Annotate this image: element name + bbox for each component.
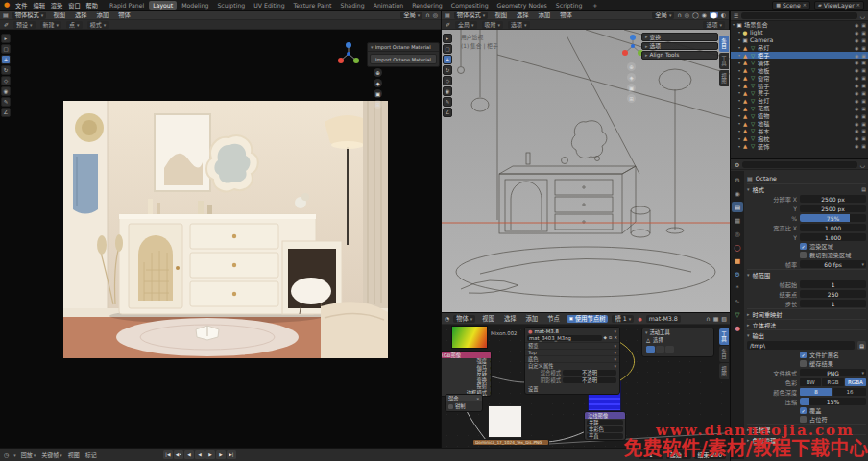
expand-icon[interactable]: ▾ bbox=[738, 30, 740, 35]
disable-render-icon[interactable]: ▣ bbox=[861, 30, 866, 36]
property-value[interactable]: 2500 px bbox=[800, 195, 866, 203]
disable-render-icon[interactable]: ▣ bbox=[861, 98, 866, 104]
properties-tab-view-layer[interactable]: ▦ bbox=[732, 215, 743, 226]
viewlayer-selector[interactable]: ▰ ViewLayer ✕ bbox=[814, 1, 864, 10]
hide-eye-icon[interactable]: ◉ bbox=[855, 22, 858, 28]
scene-selector[interactable]: ■ Scene ✕ bbox=[772, 1, 810, 10]
properties-tab-modifiers[interactable]: ⚙ bbox=[732, 269, 743, 279]
tool-setting-0[interactable]: 预设▾ bbox=[13, 21, 36, 29]
properties-tab-object-data[interactable]: ▽ bbox=[732, 309, 743, 320]
topbar-menu-1[interactable]: 编辑 bbox=[30, 1, 47, 10]
checkbox[interactable] bbox=[800, 360, 807, 367]
disable-render-icon[interactable]: ▣ bbox=[861, 135, 866, 141]
section-header[interactable]: ▸时间重映射 bbox=[747, 308, 866, 319]
expand-icon[interactable]: ▾ bbox=[738, 129, 740, 133]
properties-tab-particles[interactable]: * bbox=[732, 282, 743, 293]
expand-icon[interactable]: ▾ bbox=[738, 84, 740, 88]
measure-tool[interactable]: ∠ bbox=[1, 108, 11, 117]
properties-tab-scene[interactable]: ◎ bbox=[732, 229, 743, 239]
outliner-row[interactable]: ▾▲▽植物◉▣ bbox=[731, 112, 868, 120]
checkbox[interactable]: ✓ bbox=[800, 352, 807, 358]
section-header[interactable]: ▾帧范围 bbox=[747, 269, 866, 279]
snap-magnet-icon[interactable]: ∩ bbox=[677, 12, 681, 18]
node-image-preview[interactable] bbox=[451, 326, 488, 349]
viewport-menu-1[interactable]: 选择 bbox=[72, 11, 90, 19]
hide-eye-icon[interactable]: ◉ bbox=[855, 143, 858, 149]
property-value[interactable]: 1.000 bbox=[800, 224, 866, 231]
shading-material-icon[interactable]: ⬤ bbox=[710, 12, 718, 18]
measure-tool[interactable]: ∠ bbox=[443, 108, 452, 117]
disable-render-icon[interactable]: ▣ bbox=[861, 143, 866, 149]
filter-icon[interactable]: ◡ bbox=[860, 12, 865, 19]
n-panel-section[interactable]: ▸Align Tools bbox=[641, 51, 718, 60]
field-value[interactable]: 不透明 bbox=[563, 377, 616, 383]
hide-eye-icon[interactable]: ◉ bbox=[855, 83, 858, 88]
sidebar-tab-条目[interactable]: 条目 bbox=[719, 346, 729, 362]
mode-selector[interactable]: 物体模式▾ bbox=[12, 12, 47, 19]
hide-eye-icon[interactable]: ◉ bbox=[855, 45, 858, 51]
disable-render-icon[interactable]: ▣ bbox=[861, 22, 866, 28]
scale-tool[interactable]: ◇ bbox=[443, 76, 452, 85]
pin-icon[interactable]: ▾ bbox=[614, 328, 616, 334]
shader-type-selector[interactable]: 物体▾ bbox=[453, 315, 475, 323]
annotate-tool[interactable]: ✎ bbox=[1, 97, 11, 107]
sidebar-tab-条目[interactable]: 条目 bbox=[719, 36, 729, 52]
close-icon[interactable]: ✕ bbox=[856, 2, 860, 8]
sidebar-tab-视图[interactable]: 视图 bbox=[719, 70, 729, 86]
viewport-menu-0[interactable]: 视图 bbox=[492, 11, 510, 19]
panel-section[interactable]: Top▾ bbox=[525, 349, 619, 355]
use-nodes-toggle[interactable]: ▣使用节点树 bbox=[567, 315, 609, 323]
property-slider[interactable]: 75% bbox=[800, 214, 866, 222]
presets-icon[interactable]: ▤ bbox=[861, 186, 866, 192]
checkbox[interactable]: ✓ bbox=[800, 243, 807, 250]
current-frame-field[interactable]: 1 bbox=[639, 450, 663, 459]
options-dropdown[interactable]: 选项▾ bbox=[703, 21, 725, 29]
outliner-row[interactable]: ▾▲▽地板◉▣ bbox=[731, 66, 868, 74]
mix-node[interactable]: 混合 ▾ 钳制 bbox=[445, 394, 483, 412]
node-field[interactable]: 平直 bbox=[587, 433, 623, 439]
hide-eye-icon[interactable]: ◉ bbox=[855, 106, 858, 111]
select-box-tool[interactable]: ▢ bbox=[1, 44, 11, 54]
segment-option[interactable]: RGBA bbox=[845, 378, 866, 386]
disable-render-icon[interactable]: ▣ bbox=[861, 75, 866, 81]
segment-option[interactable]: 16 bbox=[833, 388, 866, 396]
tool-setting-1[interactable]: 吸附▾ bbox=[482, 21, 504, 29]
section-header[interactable]: ▸色彩管理 bbox=[747, 434, 866, 445]
snap-magnet-icon[interactable]: ∩ bbox=[706, 315, 710, 322]
orientation-selector[interactable]: 全局▾ bbox=[400, 12, 422, 19]
texture-preview[interactable] bbox=[488, 405, 522, 438]
expand-icon[interactable]: ▾ bbox=[738, 121, 740, 126]
move-tool[interactable]: + bbox=[443, 55, 452, 64]
annotate-tool[interactable]: ✎ bbox=[443, 97, 452, 107]
segment-option[interactable]: RGB bbox=[822, 378, 843, 386]
viewport-menu-2[interactable]: 添加 bbox=[536, 11, 554, 19]
outliner-row[interactable]: ▾▲▽书本◉▣ bbox=[731, 127, 868, 134]
expand-icon[interactable]: ▾ bbox=[733, 22, 735, 27]
expand-icon[interactable]: ▾ bbox=[738, 61, 740, 65]
panel-section[interactable]: 底色▾ bbox=[525, 355, 619, 362]
timeline-menu-0[interactable]: 回放▾ bbox=[21, 450, 36, 459]
rotate-tool[interactable]: ↻ bbox=[1, 65, 11, 75]
close-icon[interactable]: ✕ bbox=[803, 2, 807, 8]
viewport-menu-3[interactable]: 物体 bbox=[557, 11, 575, 19]
shader-menu-2[interactable]: 添加 bbox=[523, 314, 542, 323]
segment-option[interactable]: 8 bbox=[800, 388, 832, 396]
outliner-row[interactable]: ▾▲▽地毯◉▣ bbox=[731, 120, 868, 128]
jump-start-button[interactable]: |◀ bbox=[163, 450, 173, 459]
socket-icon[interactable] bbox=[490, 391, 493, 395]
zoom-icon[interactable]: ⊕ bbox=[627, 62, 636, 71]
properties-tab-tool[interactable]: ⚙ bbox=[732, 175, 743, 185]
n-panel-section[interactable]: ▸变换 bbox=[641, 33, 718, 41]
workspace-tab[interactable]: UV Editing bbox=[250, 1, 288, 10]
properties-tab-output[interactable]: ▤ bbox=[732, 202, 743, 212]
panel-section[interactable]: 自定义属性▾ bbox=[525, 362, 619, 369]
property-value[interactable]: 1 bbox=[800, 280, 866, 288]
grid-toggle-icon[interactable]: ⊞ bbox=[374, 100, 382, 109]
property-value[interactable]: 1.000 bbox=[800, 233, 866, 241]
clock-icon[interactable]: ◷ bbox=[4, 451, 9, 458]
shading-rendered-icon[interactable]: ◐ bbox=[721, 12, 726, 18]
workspace-tab[interactable]: Compositing bbox=[447, 1, 493, 10]
hide-eye-icon[interactable]: ◉ bbox=[855, 37, 858, 43]
hide-eye-icon[interactable]: ◉ bbox=[855, 75, 858, 81]
tool-setting-2[interactable]: 选项▾ bbox=[508, 21, 530, 29]
